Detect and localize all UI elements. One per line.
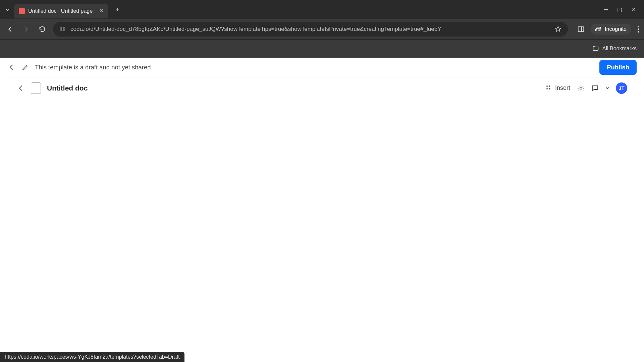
banner-message: This template is a draft and not yet sha… [35, 64, 153, 71]
url-text: coda.io/d/Untitled-doc_d78bgfqZAKd/Untit… [70, 26, 441, 33]
close-window-button[interactable]: ✕ [632, 6, 636, 13]
svg-rect-3 [63, 29, 65, 31]
incognito-icon [595, 26, 602, 33]
coda-app: This template is a draft and not yet sha… [0, 58, 644, 362]
tab-close-button[interactable]: × [100, 7, 103, 14]
user-avatar[interactable]: JT [616, 82, 627, 94]
side-panel-icon[interactable] [577, 25, 585, 33]
doc-title[interactable]: Untitled doc [47, 84, 88, 92]
new-tab-button[interactable]: + [112, 4, 123, 15]
incognito-badge[interactable]: Incognito [591, 24, 631, 35]
url-input[interactable]: coda.io/d/Untitled-doc_d78bgfqZAKd/Untit… [53, 22, 568, 37]
browser-chrome: Untitled doc · Untitled page × + ─ ▢ ✕ c… [0, 0, 644, 58]
publish-button[interactable]: Publish [599, 60, 637, 75]
coda-favicon-icon [19, 8, 25, 14]
svg-point-13 [580, 87, 582, 89]
template-draft-banner: This template is a draft and not yet sha… [0, 58, 644, 77]
svg-rect-4 [578, 27, 584, 32]
nav-forward-button[interactable] [21, 24, 32, 35]
pencil-icon[interactable] [21, 64, 29, 71]
status-bar-url: https://coda.io/workspaces/ws-YgKJ8fam2a… [0, 352, 184, 362]
svg-point-7 [638, 28, 639, 30]
settings-gear-icon[interactable] [577, 84, 585, 92]
site-info-icon[interactable] [59, 25, 66, 33]
svg-point-10 [549, 85, 550, 87]
browser-toolbar-actions: Incognito [577, 24, 639, 35]
insert-button[interactable]: Insert [546, 84, 570, 92]
reload-button[interactable] [37, 24, 48, 35]
svg-rect-1 [60, 29, 62, 31]
tab-title: Untitled doc · Untitled page [28, 8, 93, 14]
insert-grid-icon [546, 85, 552, 92]
maximize-button[interactable]: ▢ [617, 6, 622, 13]
svg-rect-2 [63, 27, 65, 28]
nav-back-button[interactable] [5, 24, 15, 35]
comments-button[interactable] [591, 84, 599, 92]
browser-address-bar: coda.io/d/Untitled-doc_d78bgfqZAKd/Untit… [0, 19, 644, 39]
doc-page-icon[interactable] [31, 82, 41, 94]
all-bookmarks-folder-icon[interactable] [592, 45, 599, 52]
tab-search-button[interactable] [3, 5, 12, 14]
minimize-button[interactable]: ─ [604, 6, 608, 13]
all-bookmarks-label[interactable]: All Bookmarks [602, 46, 637, 52]
svg-rect-0 [60, 27, 62, 28]
browser-tab-active[interactable]: Untitled doc · Untitled page × [14, 4, 108, 18]
svg-point-8 [638, 31, 639, 33]
bookmarks-bar: All Bookmarks [0, 39, 644, 58]
svg-point-6 [638, 26, 639, 27]
doc-back-button[interactable] [17, 84, 25, 92]
browser-menu-button[interactable] [637, 25, 639, 33]
comments-dropdown-icon[interactable] [605, 86, 610, 90]
svg-point-9 [546, 85, 548, 87]
browser-titlebar: Untitled doc · Untitled page × + ─ ▢ ✕ [0, 0, 644, 19]
banner-back-button[interactable] [7, 63, 15, 71]
document-toolbar: Untitled doc Insert JT [9, 77, 635, 99]
window-controls: ─ ▢ ✕ [604, 6, 641, 13]
svg-point-11 [546, 88, 548, 89]
bookmark-star-icon[interactable] [554, 25, 562, 33]
svg-point-12 [549, 88, 550, 89]
